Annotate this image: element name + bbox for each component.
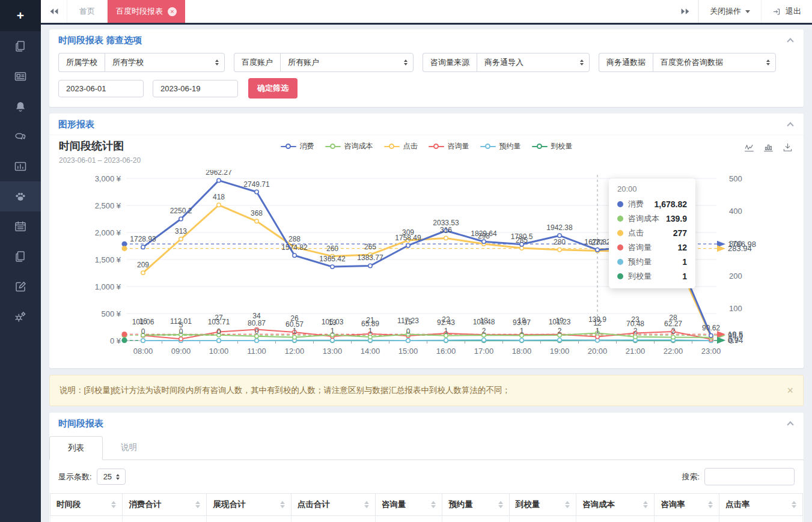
chart-panel-header: 图形报表 <box>49 114 804 135</box>
tab-active-label: 百度时段报表 <box>116 6 163 17</box>
filter-select-0[interactable]: 所有学校 <box>105 53 225 72</box>
sidebar-item-copy[interactable] <box>0 241 41 272</box>
data-point <box>368 264 372 267</box>
sidebar-item-chat[interactable] <box>0 121 41 151</box>
sort-icon[interactable] <box>792 501 796 508</box>
filter-panel-header: 时间段报表 筛查选项 <box>49 29 804 50</box>
sort-icon[interactable] <box>708 501 713 508</box>
sidebar-item-chart-board[interactable] <box>0 151 41 181</box>
point-label: 1758.49 <box>395 234 421 242</box>
legend-label: 咨询成本 <box>344 141 373 151</box>
sidebar-item-calendar[interactable] <box>0 211 41 241</box>
logout-button[interactable]: 退出 <box>761 0 812 23</box>
column-header-4[interactable]: 咨询量 <box>375 494 442 516</box>
filter-select-2[interactable]: 商务通导入 <box>477 53 590 72</box>
legend-label: 到校量 <box>551 141 573 151</box>
tab-list[interactable]: 列表 <box>49 436 103 460</box>
filter-select-1[interactable]: 所有账户 <box>280 53 414 72</box>
column-header-2[interactable]: 展现合计 <box>207 494 291 516</box>
column-header-7[interactable]: 咨询成本 <box>576 494 655 516</box>
x-tick-label: 10:00 <box>209 347 229 356</box>
page-size-select[interactable]: 25 <box>97 469 126 485</box>
x-tick-label: 13:00 <box>323 347 343 356</box>
legend-item-咨询量[interactable]: 咨询量 <box>429 141 469 151</box>
sort-icon[interactable] <box>498 501 503 508</box>
sidebar-item-newspaper[interactable] <box>0 61 41 91</box>
legend-item-咨询成本[interactable]: 咨询成本 <box>325 141 373 151</box>
collapse-table-icon[interactable] <box>787 421 793 428</box>
sort-icon[interactable] <box>364 501 369 508</box>
line-chart-tool-icon[interactable] <box>744 142 754 153</box>
data-point <box>217 203 221 207</box>
filter-panel-title[interactable]: 时间段报表 筛查选项 <box>58 35 142 45</box>
page-size-value: 25 <box>103 472 112 481</box>
pages-icon <box>13 39 28 53</box>
point-label: 1 <box>368 327 373 335</box>
table-panel-title[interactable]: 时间段报表 <box>58 418 103 428</box>
notice-close-icon[interactable]: × <box>780 385 793 396</box>
tooltip-row: 消费1,678.82 <box>617 197 687 211</box>
bar-chart-tool-icon[interactable] <box>763 142 774 153</box>
chart-title-block: 时间段统计图 2023-06-01 – 2023-06-20 <box>59 139 141 165</box>
apply-filter-button[interactable]: 确定筛选 <box>248 78 298 99</box>
column-header-6[interactable]: 到校量 <box>509 494 576 516</box>
column-header-1[interactable]: 消费合计 <box>123 494 207 516</box>
date-to-input[interactable]: 2023-06-19 <box>153 80 238 97</box>
tab-notes[interactable]: 说明 <box>103 436 155 460</box>
legend-item-到校量[interactable]: 到校量 <box>532 141 573 151</box>
data-point <box>482 338 486 342</box>
column-header-3[interactable]: 点击合计 <box>291 494 375 516</box>
tab-home[interactable]: 首页 <box>67 0 108 23</box>
column-label: 消费合计 <box>129 499 161 510</box>
sidebar-item-paw[interactable] <box>0 181 41 211</box>
filter-select-3[interactable]: 百度竞价咨询数据 <box>653 53 776 72</box>
download-icon[interactable] <box>783 142 793 153</box>
y-right-tick: 400 <box>729 207 742 216</box>
point-label: 288 <box>288 235 301 243</box>
collapse-filter-icon[interactable] <box>787 38 793 44</box>
column-header-8[interactable]: 咨询率 <box>655 494 719 516</box>
sort-icon[interactable] <box>280 501 285 508</box>
sidebar-plus-button[interactable]: + <box>0 0 41 31</box>
collapse-chart-icon[interactable] <box>787 122 793 129</box>
point-label: 65.89 <box>361 320 379 328</box>
column-header-5[interactable]: 预约量 <box>442 494 509 516</box>
data-point <box>141 339 145 342</box>
table-row[interactable] <box>50 516 803 522</box>
tabs-scroll-right-button[interactable] <box>672 0 698 23</box>
select-arrows-icon <box>766 59 770 65</box>
report-table: 时间段消费合计展现合计点击合计咨询量预约量到校量咨询成本咨询率点击率 <box>50 493 803 522</box>
legend-marker-icon <box>384 144 400 150</box>
legend-item-预约量[interactable]: 预约量 <box>480 141 521 151</box>
point-label: 2962.27 <box>206 170 232 177</box>
sidebar-item-gears[interactable] <box>0 302 41 332</box>
point-label: 93.97 <box>513 318 531 327</box>
sidebar-item-pages[interactable] <box>0 31 41 61</box>
sort-icon[interactable] <box>111 501 116 508</box>
chart-header-row: 时间段统计图 2023-06-01 – 2023-06-20 消费咨询成本点击咨… <box>49 135 804 170</box>
sidebar-item-bell[interactable] <box>0 91 41 121</box>
legend-item-点击[interactable]: 点击 <box>384 141 418 151</box>
sort-icon[interactable] <box>195 501 200 508</box>
notice-bar: 说明：[到校量]统计方法为该时间段内所有咨询人数，其中有到校的人数；请注意区别与… <box>49 375 804 406</box>
search-input[interactable] <box>704 468 795 485</box>
close-operations-menu[interactable]: 关闭操作 <box>698 0 761 23</box>
sort-icon[interactable] <box>643 501 648 508</box>
legend-label: 点击 <box>403 141 418 151</box>
x-tick-label: 20:00 <box>588 347 608 356</box>
column-header-0[interactable]: 时间段 <box>50 494 123 516</box>
sort-icon[interactable] <box>565 501 570 508</box>
point-label: 117.23 <box>397 317 419 325</box>
close-tab-icon[interactable]: × <box>168 7 177 16</box>
data-point <box>141 271 145 275</box>
column-header-9[interactable]: 点击率 <box>719 494 802 516</box>
tabs-scroll-left-button[interactable] <box>41 0 67 23</box>
sidebar-item-edit[interactable] <box>0 272 41 302</box>
tab-baidu-time-report[interactable]: 百度时段报表 × <box>108 0 185 23</box>
tooltip-series-value: 139.9 <box>666 214 687 223</box>
chart-panel-title[interactable]: 图形报表 <box>58 119 94 129</box>
table-header-row: 时间段消费合计展现合计点击合计咨询量预约量到校量咨询成本咨询率点击率 <box>50 494 803 516</box>
date-from-input[interactable]: 2023-06-01 <box>58 80 144 97</box>
legend-item-消费[interactable]: 消费 <box>281 141 314 151</box>
sort-icon[interactable] <box>431 501 436 508</box>
